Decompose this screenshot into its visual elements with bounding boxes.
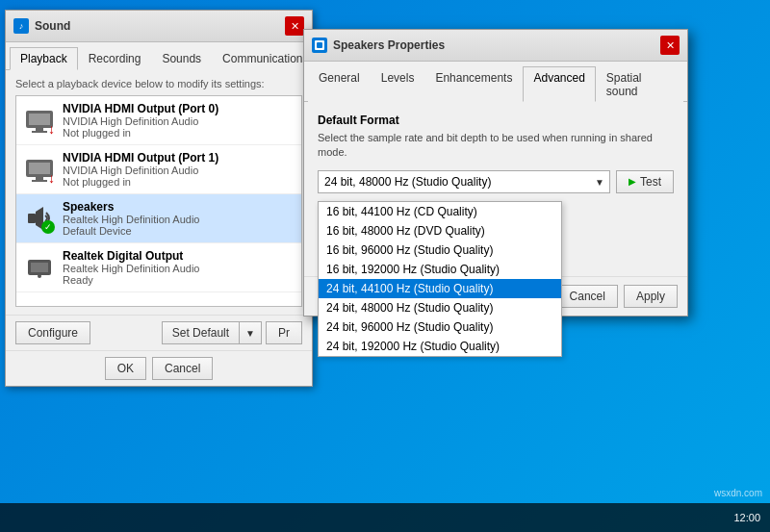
sound-ok-cancel: OK Cancel xyxy=(6,350,312,386)
hdmi1-icon: ↓ xyxy=(24,154,55,185)
speakers-icon: ✓ xyxy=(24,203,55,234)
sound-dialog-title: Sound xyxy=(35,19,70,33)
speakers-tabs: General Levels Enhancements Advanced Spa… xyxy=(304,62,687,102)
tab-sounds[interactable]: Sounds xyxy=(151,47,212,70)
test-button[interactable]: ▶ Test xyxy=(616,170,674,193)
svg-rect-6 xyxy=(36,177,43,180)
sound-dialog-titlebar: ♪ Sound ✕ xyxy=(6,11,312,42)
watermark: wsxdn.com xyxy=(714,488,762,498)
device-driver-hdmi0: NVIDIA High Definition Audio xyxy=(63,115,294,127)
speakers-title-icon xyxy=(312,38,327,53)
sound-dialog-content: Select a playback device below to modify… xyxy=(6,70,312,315)
properties-button[interactable]: Pr xyxy=(266,321,302,344)
svg-rect-11 xyxy=(31,263,48,272)
speakers-dialog-title: Speakers Properties xyxy=(333,38,445,52)
tab-playback[interactable]: Playback xyxy=(10,47,78,70)
tab-enhancements[interactable]: Enhancements xyxy=(424,66,523,102)
dropdown-option-7[interactable]: 24 bit, 192000 Hz (Studio Quality) xyxy=(319,337,561,356)
hdmi0-icon: ↓ xyxy=(24,105,55,136)
device-status-digital: Ready xyxy=(63,274,294,286)
device-item-hdmi0[interactable]: ↓ NVIDIA HDMI Output (Port 0) NVIDIA Hig… xyxy=(16,96,301,145)
svg-rect-2 xyxy=(36,128,43,131)
taskbar-clock: 12:00 xyxy=(733,512,760,523)
default-format-title: Default Format xyxy=(318,114,674,127)
svg-point-12 xyxy=(38,274,41,278)
sound-dialog-close-button[interactable]: ✕ xyxy=(285,16,304,36)
sound-title-icon: ♪ xyxy=(13,18,29,34)
tab-advanced[interactable]: Advanced xyxy=(523,66,595,102)
tab-levels[interactable]: Levels xyxy=(371,66,425,102)
speakers-advanced-content: Default Format Select the sample rate an… xyxy=(304,102,687,276)
device-status-hdmi1: Not plugged in xyxy=(63,176,294,188)
dropdown-option-0[interactable]: 16 bit, 44100 Hz (CD Quality) xyxy=(319,202,561,221)
format-row: 24 bit, 48000 Hz (Studio Quality) ▼ 16 b… xyxy=(318,170,674,193)
device-driver-hdmi1: NVIDIA High Definition Audio xyxy=(63,165,294,176)
device-list[interactable]: ↓ NVIDIA HDMI Output (Port 0) NVIDIA Hig… xyxy=(15,95,302,307)
set-default-split-button: Set Default ▼ xyxy=(162,321,262,344)
speakers-properties-dialog: Speakers Properties ✕ General Levels Enh… xyxy=(303,29,688,317)
device-driver-digital: Realtek High Definition Audio xyxy=(63,263,294,274)
speakers-apply-button[interactable]: Apply xyxy=(624,285,678,308)
device-status-hdmi0: Not plugged in xyxy=(63,127,294,139)
sound-dialog: ♪ Sound ✕ Playback Recording Sounds Comm… xyxy=(5,10,313,387)
default-format-desc: Select the sample rate and bit depth to … xyxy=(318,131,674,161)
set-default-arrow-button[interactable]: ▼ xyxy=(239,321,262,344)
play-icon: ▶ xyxy=(629,176,636,187)
dropdown-option-6[interactable]: 24 bit, 96000 Hz (Studio Quality) xyxy=(319,317,561,337)
sound-tabs: Playback Recording Sounds Communications xyxy=(6,42,312,70)
svg-rect-1 xyxy=(29,114,50,125)
device-item-digital[interactable]: Realtek Digital Output Realtek High Defi… xyxy=(16,243,301,292)
speakers-cancel-button[interactable]: Cancel xyxy=(557,285,618,308)
tab-recording[interactable]: Recording xyxy=(78,47,152,70)
test-button-label: Test xyxy=(640,175,661,189)
playback-section-label: Select a playback device below to modify… xyxy=(15,78,302,89)
speakers-close-button[interactable]: ✕ xyxy=(660,36,680,55)
device-driver-speakers: Realtek High Definition Audio xyxy=(63,214,294,225)
device-name-digital: Realtek Digital Output xyxy=(63,249,294,263)
configure-button[interactable]: Configure xyxy=(15,321,90,344)
default-device-badge: ✓ xyxy=(41,220,55,234)
taskbar: 12:00 xyxy=(0,503,770,532)
sound-ok-button[interactable]: OK xyxy=(105,357,146,380)
device-name-hdmi1: NVIDIA HDMI Output (Port 1) xyxy=(63,151,294,165)
format-dropdown: 16 bit, 44100 Hz (CD Quality) 16 bit, 48… xyxy=(318,201,562,357)
sound-dialog-footer: Configure Set Default ▼ Pr xyxy=(6,315,312,350)
speakers-titlebar: Speakers Properties ✕ xyxy=(304,30,687,62)
set-default-button[interactable]: Set Default xyxy=(162,321,239,344)
svg-rect-3 xyxy=(32,131,47,133)
dropdown-option-2[interactable]: 16 bit, 96000 Hz (Studio Quality) xyxy=(319,241,561,260)
dropdown-option-5[interactable]: 24 bit, 48000 Hz (Studio Quality) xyxy=(319,298,561,317)
dropdown-option-4[interactable]: 24 bit, 44100 Hz (Studio Quality) xyxy=(319,279,561,298)
format-select-wrapper: 24 bit, 48000 Hz (Studio Quality) ▼ 16 b… xyxy=(318,170,610,193)
svg-rect-7 xyxy=(32,180,47,182)
device-item-speakers[interactable]: ✓ Speakers Realtek High Definition Audio… xyxy=(16,194,301,243)
digital-output-icon xyxy=(24,252,55,283)
dropdown-option-1[interactable]: 16 bit, 48000 Hz (DVD Quality) xyxy=(319,221,561,241)
tab-general[interactable]: General xyxy=(308,66,371,102)
svg-rect-14 xyxy=(317,42,322,48)
tab-spatial-sound[interactable]: Spatial sound xyxy=(596,66,683,102)
device-name-hdmi0: NVIDIA HDMI Output (Port 0) xyxy=(63,102,294,115)
sound-cancel-button[interactable]: Cancel xyxy=(152,357,213,380)
dropdown-option-3[interactable]: 16 bit, 192000 Hz (Studio Quality) xyxy=(319,260,561,279)
svg-rect-5 xyxy=(29,163,50,174)
format-select-display[interactable]: 24 bit, 48000 Hz (Studio Quality) xyxy=(318,170,610,193)
svg-rect-8 xyxy=(28,214,36,223)
device-name-speakers: Speakers xyxy=(63,200,294,214)
device-item-hdmi1[interactable]: ↓ NVIDIA HDMI Output (Port 1) NVIDIA Hig… xyxy=(16,145,301,194)
device-status-speakers: Default Device xyxy=(63,225,294,237)
